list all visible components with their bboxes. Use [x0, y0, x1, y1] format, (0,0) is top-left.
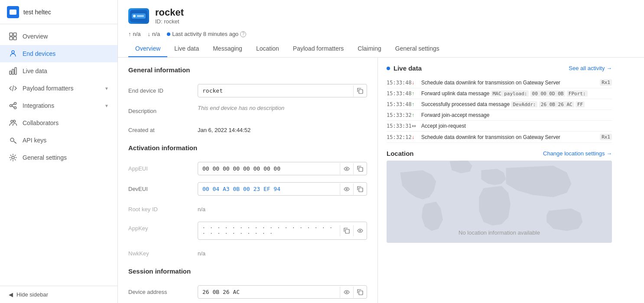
svg-point-24 — [346, 188, 348, 190]
activity-badge: Rx1 — [600, 134, 612, 140]
chevron-left-icon: ◀ — [9, 291, 13, 298]
general-info-section: General information End device ID rocket… — [128, 66, 367, 139]
live-dot — [387, 67, 390, 70]
tab-claiming[interactable]: Claiming — [351, 41, 388, 57]
nwk-key-label: NwkKey — [128, 247, 198, 257]
activity-text: Forward join-accept message — [421, 112, 612, 118]
sidebar-item-end-devices[interactable]: End devices — [0, 45, 117, 62]
sidebar: test heltec Overview End devices Live da… — [0, 0, 118, 303]
nwk-key-row: NwkKey n/a — [128, 243, 367, 262]
created-at-value: Jan 6, 2022 14:44:52 — [198, 123, 367, 133]
sidebar-item-payload-formatters[interactable]: Payload formatters ▼ — [0, 80, 117, 97]
integration-icon — [9, 101, 17, 110]
reveal-app-key-button[interactable] — [353, 225, 367, 236]
device-header: rocket ID: rocket ↑ n/a ↓ n/a Last activ… — [118, 0, 644, 58]
chevron-down-icon: ▼ — [104, 86, 109, 91]
app-eui-value: 00 00 00 00 00 00 00 00 — [198, 162, 340, 175]
uplink-arrow-icon: ↑ — [128, 31, 131, 37]
change-location-link[interactable]: Change location settings → — [543, 150, 612, 157]
svg-point-14 — [13, 120, 16, 122]
svg-rect-20 — [137, 15, 144, 17]
activity-row: 15:33:48 ↑ Forward uplink data message M… — [387, 88, 612, 99]
sidebar-item-api-keys[interactable]: API keys — [0, 132, 117, 149]
svg-line-11 — [12, 104, 14, 105]
svg-point-13 — [11, 120, 13, 122]
svg-rect-2 — [10, 37, 13, 40]
main-content: rocket ID: rocket ↑ n/a ↓ n/a Last activ… — [118, 0, 644, 303]
device-address-value: 26 0B 26 AC — [198, 286, 340, 298]
sidebar-item-general-settings[interactable]: General settings — [0, 149, 117, 166]
svg-rect-6 — [12, 69, 14, 74]
activity-row: 15:33:32 ↑ Forward join-accept message — [387, 110, 612, 121]
bar-chart-icon — [9, 67, 17, 75]
content-area: General information End device ID rocket… — [118, 58, 644, 303]
copy-device-address-button[interactable] — [353, 287, 367, 298]
last-activity-meta: Last activity 8 minutes ago ? — [167, 31, 246, 37]
copy-dev-eui-button[interactable] — [353, 184, 367, 195]
app-eui-input-group: 00 00 00 00 00 00 00 00 — [198, 162, 367, 175]
end-device-id-value: rocket — [198, 84, 353, 97]
activity-badge: Rx1 — [600, 79, 612, 86]
activity-time: 15:33:48 — [387, 101, 408, 107]
person-icon — [9, 49, 17, 58]
activity-time: 15:33:31 — [387, 123, 408, 129]
activity-time: 15:33:32 — [387, 112, 408, 118]
sidebar-item-integrations[interactable]: Integrations ▼ — [0, 97, 117, 114]
root-key-label: Root key ID — [128, 203, 198, 213]
uplink-meta: ↑ n/a — [128, 31, 141, 37]
left-panel: General information End device ID rocket… — [118, 58, 378, 303]
root-key-value: n/a — [198, 203, 367, 213]
svg-point-19 — [133, 15, 136, 17]
toggle-device-address-button[interactable] — [340, 287, 353, 298]
activity-row: 15:33:31 ⇔ Accept join-request — [387, 121, 612, 132]
app-key-input-group: · · · · · · · · · · · · · · · · · · · · … — [198, 222, 367, 240]
svg-rect-5 — [10, 71, 11, 74]
description-value: This end device has no description — [198, 104, 367, 111]
copy-app-eui-button[interactable] — [353, 163, 367, 174]
see-all-activity-link[interactable]: See all activity → — [569, 65, 612, 71]
tab-live-data[interactable]: Live data — [167, 41, 206, 57]
end-device-id-input-group: rocket — [198, 84, 367, 97]
tab-messaging[interactable]: Messaging — [206, 41, 249, 57]
sidebar-item-live-data[interactable]: Live data — [0, 62, 117, 80]
sidebar-item-payload-formatters-label: Payload formatters — [23, 85, 99, 92]
chevron-down-icon-2: ▼ — [104, 103, 109, 108]
hide-sidebar-button[interactable]: ◀ Hide sidebar — [0, 286, 117, 303]
downlink-arrow-icon: ↓ — [412, 134, 418, 140]
downlink-arrow-icon: ↓ — [412, 80, 418, 86]
location-header: Location Change location settings → — [387, 150, 612, 157]
root-key-row: Root key ID n/a — [128, 199, 367, 218]
app-logo — [7, 6, 19, 18]
device-address-field: 26 0B 26 AC — [198, 285, 367, 299]
tab-overview[interactable]: Overview — [128, 41, 167, 57]
device-title-info: rocket ID: rocket — [155, 7, 184, 25]
created-at-label: Created at — [128, 123, 198, 133]
tab-payload-formatters[interactable]: Payload formatters — [286, 41, 351, 57]
svg-point-22 — [346, 168, 348, 169]
svg-point-28 — [346, 291, 348, 293]
sidebar-item-overview-label: Overview — [23, 33, 109, 40]
toggle-app-eui-button[interactable] — [340, 163, 353, 174]
info-icon[interactable]: ? — [240, 31, 246, 37]
sidebar-nav: Overview End devices Live data Payload f… — [0, 24, 117, 286]
device-address-input-group: 26 0B 26 AC — [198, 285, 367, 299]
tab-location[interactable]: Location — [249, 41, 286, 57]
app-eui-row: AppEUI 00 00 00 00 00 00 00 00 — [128, 158, 367, 179]
settings-icon — [9, 153, 17, 162]
sidebar-item-overview[interactable]: Overview — [0, 28, 117, 45]
copy-device-id-button[interactable] — [353, 85, 367, 97]
activity-text: Forward uplink data message MAC payload:… — [421, 90, 612, 97]
sidebar-item-collaborators[interactable]: Collaborators — [0, 114, 117, 132]
svg-rect-7 — [15, 68, 16, 74]
svg-point-16 — [12, 156, 14, 159]
dev-eui-row: DevEUI 00 04 A3 0B 00 23 EF 94 — [128, 179, 367, 199]
dev-eui-input-group: 00 04 A3 0B 00 23 EF 94 — [198, 182, 367, 196]
description-label: Description — [128, 104, 198, 114]
activity-row: 15:33:48 ↓ Schedule data downlink for tr… — [387, 77, 612, 88]
right-panel: Live data See all activity → 15:33:48 ↓ … — [378, 58, 621, 303]
toggle-dev-eui-button[interactable] — [340, 184, 353, 195]
tab-general-settings[interactable]: General settings — [388, 41, 446, 57]
uplink-arrow-icon: ↑ — [412, 90, 418, 97]
downlink-arrow-icon: ↓ — [148, 31, 151, 37]
copy-app-key-button[interactable] — [340, 225, 353, 236]
